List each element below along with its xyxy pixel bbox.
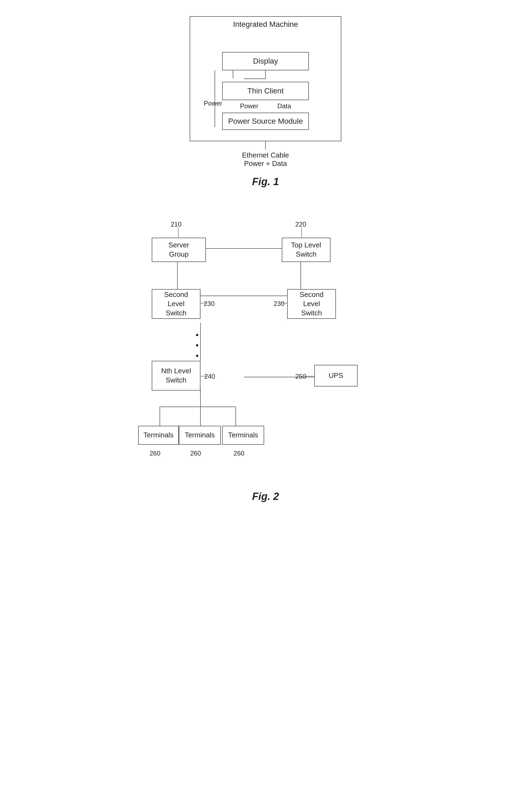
label-210: 210 [171, 221, 182, 228]
second-level-switch-right-box: Second Level Switch [287, 289, 336, 319]
display-box: Display [222, 52, 309, 70]
integrated-machine-box: Integrated Machine Display [190, 16, 341, 141]
ups-box: UPS [314, 365, 358, 387]
top-level-switch-box: Top Level Switch [282, 238, 331, 262]
fig1-caption: Fig. 1 [252, 176, 279, 188]
terminals-mid-box: Terminals [179, 426, 221, 445]
label-260-mid: 260 [190, 450, 201, 457]
label-230-right: 230 [274, 300, 284, 307]
integrated-machine-label: Integrated Machine [233, 20, 298, 29]
fig2-caption: Fig. 2 [252, 491, 279, 502]
label-220: 220 [295, 221, 306, 228]
power-label-mid: Power [240, 102, 264, 113]
terminals-left-box: Terminals [138, 426, 179, 445]
second-level-switch-left-box: Second Level Switch [152, 289, 200, 319]
connector-lines: Ethernet Cable Power + Data [242, 141, 289, 168]
ellipsis-dots: ••• [196, 330, 199, 361]
label-260-right: 260 [234, 450, 244, 457]
label-250: 250 [295, 373, 306, 380]
fig1-container: Integrated Machine Display [190, 16, 341, 188]
ethernet-label: Ethernet Cable Power + Data [242, 151, 289, 168]
power-label-left: Power [204, 100, 225, 110]
server-group-box: Server Group [152, 238, 206, 262]
fig1-inner: Display [201, 39, 330, 130]
nth-level-switch-box: Nth Level Switch [152, 361, 200, 391]
label-230-left: 230 [204, 300, 214, 307]
terminals-right-box: Terminals [222, 426, 264, 445]
thin-client-box: Thin Client [222, 82, 309, 100]
fig2-container: 210 220 Server Group Top Level Switch Se… [136, 209, 395, 502]
data-label: Data [267, 102, 291, 113]
label-260-left: 260 [150, 450, 160, 457]
label-240: 240 [204, 373, 215, 380]
power-source-box: Power Source Module [222, 113, 309, 130]
